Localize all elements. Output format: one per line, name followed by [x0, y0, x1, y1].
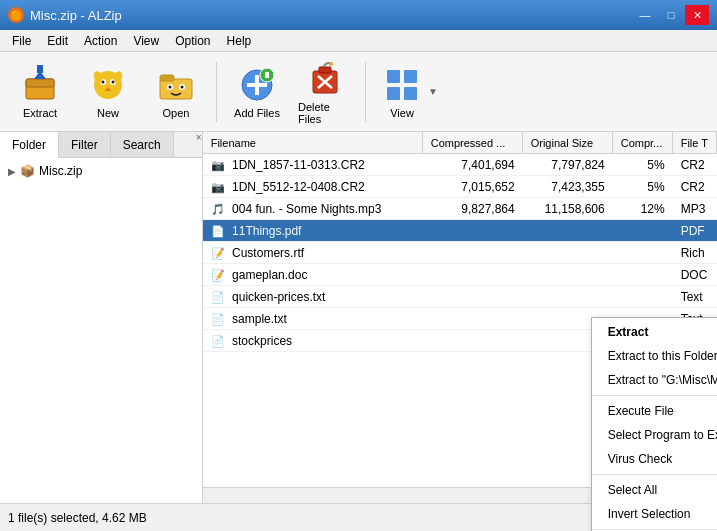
window-controls: — □ ✕ — [633, 5, 709, 25]
tree-root-label: Misc.zip — [39, 164, 82, 178]
ctx-select-all[interactable]: Select All Ctrl+A — [592, 478, 717, 502]
toolbar-sep-1 — [216, 62, 217, 122]
file-original-cell — [523, 229, 613, 233]
panel-close-button[interactable]: × — [196, 132, 202, 157]
file-type-cell: PDF — [673, 222, 717, 240]
menu-edit[interactable]: Edit — [39, 30, 76, 51]
table-row[interactable]: 📝 Customers.rtf Rich — [203, 242, 717, 264]
file-compressed-cell — [423, 229, 523, 233]
extract-icon — [20, 65, 60, 105]
new-button[interactable]: New — [76, 56, 140, 128]
ctx-select-program[interactable]: Select Program to Execute File Shift+Ent… — [592, 423, 717, 447]
file-ratio-cell: 5% — [613, 178, 673, 196]
ctx-invert-selection[interactable]: Invert Selection Ctrl+I — [592, 502, 717, 526]
svg-rect-3 — [37, 65, 43, 73]
minimize-button[interactable]: — — [633, 5, 657, 25]
file-compressed-cell — [423, 295, 523, 299]
context-menu: Extract Ctrl+E Extract to this Folder Ex… — [591, 317, 717, 531]
ctx-virus-check[interactable]: Virus Check — [592, 447, 717, 471]
file-name-cell: 📝 Customers.rtf — [203, 244, 423, 262]
svg-point-7 — [102, 80, 105, 83]
file-original-cell — [523, 273, 613, 277]
title-bar: 🟠 Misc.zip - ALZip — □ ✕ — [0, 0, 717, 30]
file-ratio-cell — [613, 295, 673, 299]
file-compressed-cell: 7,015,652 — [423, 178, 523, 196]
view-button[interactable]: View ▼ — [374, 56, 446, 128]
file-type-cell: CR2 — [673, 156, 717, 174]
file-icon: 📄 — [211, 291, 225, 303]
maximize-button[interactable]: □ — [659, 5, 683, 25]
col-header-ratio[interactable]: Compr... — [613, 132, 673, 153]
left-panel: Folder Filter Search × ▶ 📦 Misc.zip — [0, 132, 203, 503]
file-type-cell: Rich — [673, 244, 717, 262]
table-row[interactable]: 📝 gameplan.doc DOC — [203, 264, 717, 286]
menu-option[interactable]: Option — [167, 30, 218, 51]
menu-help[interactable]: Help — [219, 30, 260, 51]
file-compressed-cell — [423, 339, 523, 343]
svg-rect-32 — [404, 87, 417, 100]
file-icon: 📝 — [211, 269, 225, 281]
view-label: View — [390, 107, 414, 119]
table-row[interactable]: 🎵 004 fun. - Some Nights.mp3 9,827,864 1… — [203, 198, 717, 220]
close-button[interactable]: ✕ — [685, 5, 709, 25]
file-name-cell: 📷 1DN_1857-11-0313.CR2 — [203, 156, 423, 174]
col-header-compressed[interactable]: Compressed ... — [423, 132, 523, 153]
file-compressed-cell — [423, 251, 523, 255]
file-icon: 📷 — [211, 181, 225, 193]
extract-button[interactable]: Extract — [8, 56, 72, 128]
file-name-cell: 📷 1DN_5512-12-0408.CR2 — [203, 178, 423, 196]
view-dropdown-arrow[interactable]: ▼ — [428, 86, 438, 97]
toolbar-sep-2 — [365, 62, 366, 122]
delete-files-button[interactable]: Delete Files — [293, 56, 357, 128]
delete-files-label: Delete Files — [298, 101, 352, 125]
svg-rect-22 — [265, 72, 269, 78]
delete-files-icon — [305, 59, 345, 99]
status-text: 1 file(s) selected, 4.62 MB — [8, 511, 147, 525]
ctx-extract-here[interactable]: Extract to this Folder — [592, 344, 717, 368]
table-row[interactable]: 📷 1DN_1857-11-0313.CR2 7,401,694 7,797,8… — [203, 154, 717, 176]
table-row[interactable]: 📄 quicken-prices.txt Text — [203, 286, 717, 308]
menu-file[interactable]: File — [4, 30, 39, 51]
svg-rect-31 — [387, 87, 400, 100]
menu-action[interactable]: Action — [76, 30, 125, 51]
menu-bar: File Edit Action View Option Help — [0, 30, 717, 52]
file-icon: 📄 — [211, 313, 225, 325]
file-original-cell — [523, 295, 613, 299]
file-type-cell: CR2 — [673, 178, 717, 196]
new-icon — [88, 65, 128, 105]
view-icon — [382, 65, 422, 105]
file-type-cell: MP3 — [673, 200, 717, 218]
file-icon: 📄 — [211, 225, 225, 237]
ctx-extract-to[interactable]: Extract to "G:\Misc\Misc\" — [592, 368, 717, 392]
col-header-filename[interactable]: Filename — [203, 132, 423, 153]
file-icon: 📷 — [211, 159, 225, 171]
file-name-cell: 📄 quicken-prices.txt — [203, 288, 423, 306]
tab-filter[interactable]: Filter — [59, 132, 111, 157]
file-list-header: Filename Compressed ... Original Size Co… — [203, 132, 717, 154]
file-original-cell: 7,423,355 — [523, 178, 613, 196]
tab-spacer — [174, 132, 192, 157]
title-bar-left: 🟠 Misc.zip - ALZip — [8, 7, 122, 23]
table-row[interactable]: 📷 1DN_5512-12-0408.CR2 7,015,652 7,423,3… — [203, 176, 717, 198]
file-ratio-cell — [613, 229, 673, 233]
menu-view[interactable]: View — [125, 30, 167, 51]
file-name-cell: 📄 stockprices — [203, 332, 423, 350]
ctx-sep-1 — [592, 395, 717, 396]
file-name-cell: 📄 sample.txt — [203, 310, 423, 328]
tab-search[interactable]: Search — [111, 132, 174, 157]
file-compressed-cell — [423, 317, 523, 321]
file-type-cell: DOC — [673, 266, 717, 284]
ctx-execute-file[interactable]: Execute File Enter — [592, 399, 717, 423]
col-header-type[interactable]: File T — [673, 132, 717, 153]
app-icon: 🟠 — [8, 7, 24, 23]
col-header-original[interactable]: Original Size — [523, 132, 613, 153]
svg-rect-30 — [404, 70, 417, 83]
add-files-button[interactable]: Add Files — [225, 56, 289, 128]
ctx-extract[interactable]: Extract Ctrl+E — [592, 320, 717, 344]
tree-item-root[interactable]: ▶ 📦 Misc.zip — [4, 162, 198, 180]
table-row[interactable]: 📄 11Things.pdf PDF — [203, 220, 717, 242]
extract-label: Extract — [23, 107, 57, 119]
open-button[interactable]: Open — [144, 56, 208, 128]
toolbar: Extract New — [0, 52, 717, 132]
tab-folder[interactable]: Folder — [0, 132, 59, 158]
